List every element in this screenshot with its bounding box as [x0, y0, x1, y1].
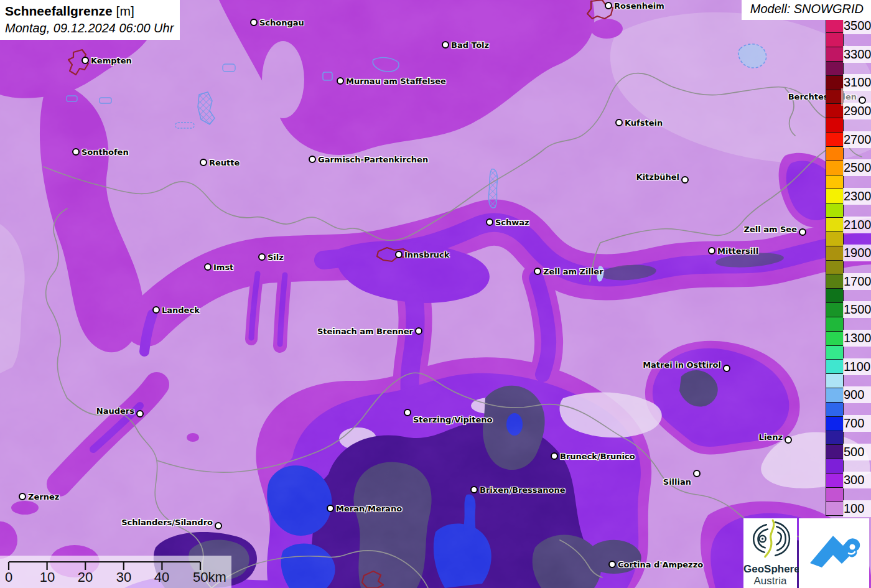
colorbar-tick-label: 1700	[843, 273, 871, 290]
elevation-colorbar-legend: 1003005007009001100130015001700190021002…	[826, 19, 871, 516]
colorbar-tick-label: 3100	[843, 74, 871, 91]
colorbar-segment	[826, 19, 844, 34]
city-label: Landeck	[162, 306, 200, 315]
city-label: Imst	[213, 263, 233, 272]
distance-scalebar: 01020304050km	[0, 556, 231, 588]
map-canvas	[0, 0, 871, 588]
colorbar-segment	[826, 431, 844, 446]
colorbar-segment	[826, 132, 844, 147]
city-label: Zell am See	[743, 225, 797, 234]
city-marker-dot	[605, 2, 612, 9]
city-label: Kempten	[91, 56, 132, 65]
city-label: Schlanders/Silandro	[121, 518, 213, 527]
city-marker-dot	[404, 409, 411, 416]
colorbar-tick-label: 1100	[843, 358, 871, 375]
colorbar-segment	[826, 260, 844, 275]
city-marker-dot	[442, 41, 449, 49]
city-label: Kitzbühel	[636, 172, 679, 182]
city-marker-dot	[608, 561, 616, 568]
scalebar-tick-label: 30	[116, 569, 131, 586]
colorbar-segment	[826, 302, 844, 317]
city-marker-dot	[693, 470, 701, 477]
model-label: Modell: SNOWGRID	[750, 2, 864, 16]
city-marker-dot	[215, 522, 222, 530]
city-label: Bad Tölz	[451, 40, 489, 50]
colorbar-segment	[826, 246, 844, 261]
city-label: Sterzing/Vipiteno	[413, 415, 492, 424]
city-marker-dot	[258, 253, 266, 261]
colorbar-segment	[826, 402, 844, 417]
colorbar-segment	[826, 203, 844, 218]
colorbar-segment	[826, 231, 844, 246]
colorbar-segment	[826, 444, 844, 459]
colorbar-tick-label: 700	[843, 415, 871, 432]
colorbar-segment	[826, 189, 844, 203]
city-marker-dot	[708, 247, 715, 254]
colorbar-segment	[826, 459, 844, 474]
colorbar-segment	[826, 61, 844, 76]
scalebar-tick-label: 20	[78, 569, 93, 586]
colorbar-segment	[826, 317, 844, 332]
colorbar-tick-label: 2300	[843, 188, 871, 205]
city-label: Brixen/Bressanone	[480, 485, 566, 495]
colorbar-tick-label: 300	[843, 472, 871, 488]
city-marker-dot	[486, 218, 493, 226]
colorbar-segment	[826, 373, 844, 388]
colorbar-segment	[826, 118, 844, 133]
city-marker-dot	[309, 156, 316, 163]
colorbar-tick-label: 900	[843, 386, 871, 403]
colorbar-tick-label: 3300	[843, 46, 871, 63]
city-label: Zernez	[28, 492, 59, 502]
city-marker-dot	[681, 176, 689, 184]
hillshade-overlay	[0, 0, 871, 588]
city-label: Nauders	[96, 406, 134, 416]
colorbar-segment	[826, 359, 844, 374]
scalebar-tick-label: 50km	[193, 569, 226, 586]
city-marker-dot	[785, 436, 792, 444]
geosphere-logo-icon	[743, 518, 797, 562]
city-label: Innsbruck	[404, 250, 449, 259]
city-marker-dot	[72, 148, 80, 156]
city-marker-dot	[551, 452, 558, 460]
colorbar-segment	[826, 217, 844, 232]
city-marker-dot	[415, 327, 422, 335]
colorbar-tick-label: 2700	[843, 131, 871, 148]
valid-datetime-label: Montag, 09.12.2024 06:00 Uhr	[5, 20, 174, 36]
city-marker-dot	[82, 57, 89, 64]
page-title: Schneefallgrenze [m]	[5, 2, 174, 20]
colorbar-tick-label: 2100	[843, 217, 871, 233]
city-marker-dot	[136, 410, 144, 418]
city-label: Garmisch-Partenkirchen	[318, 155, 428, 164]
colorbar-segment	[826, 161, 844, 175]
city-label: Zell am Ziller	[543, 267, 603, 276]
colorbar-segment	[826, 416, 844, 431]
colorbar-segment	[826, 103, 844, 118]
city-label: Schongau	[259, 18, 304, 27]
city-marker-dot	[200, 159, 207, 166]
colorbar-segment	[826, 32, 844, 47]
city-label: Schwaz	[495, 218, 529, 227]
city-label: Rosenheim	[614, 1, 664, 11]
scalebar-tick-label: 10	[40, 569, 55, 586]
city-marker-dot	[859, 96, 866, 104]
colorbar-segment	[826, 487, 844, 502]
city-label: Bruneck/Brunico	[560, 452, 635, 461]
scalebar-tick-label: 40	[154, 569, 169, 586]
colorbar-tick-label: 1900	[843, 245, 871, 261]
colorbar-tick-label: 1300	[843, 330, 871, 347]
city-label: Sillian	[663, 477, 691, 487]
city-label: Murnau am Staffelsee	[346, 77, 446, 86]
title-unit: [m]	[116, 4, 134, 18]
city-marker-dot	[19, 493, 26, 500]
colorbar-tick-label: 1500	[843, 301, 871, 318]
title-variable: Schneefallgrenze	[5, 4, 113, 18]
geosphere-austria-logo: GeoSphere Austria	[743, 518, 797, 588]
colorbar-segment	[826, 331, 844, 346]
colorbar-segment	[826, 345, 844, 360]
colorbar-segment	[826, 274, 844, 289]
title-box: Schneefallgrenze [m] Montag, 09.12.2024 …	[0, 0, 180, 40]
blue-mountain-cloud-logo-icon	[799, 518, 869, 588]
colorbar-tick-label: 500	[843, 444, 871, 460]
colorbar-tick-label: 2500	[843, 159, 871, 176]
city-label: Kufstein	[625, 118, 663, 128]
